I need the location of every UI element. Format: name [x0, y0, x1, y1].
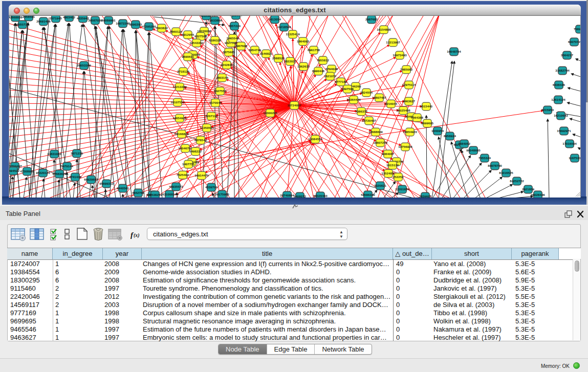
svg-text:89978790: 89978790	[488, 164, 502, 167]
svg-text:9084067: 9084067	[382, 152, 395, 156]
svg-text:2694522: 2694522	[9, 169, 20, 172]
svg-text:6007072: 6007072	[568, 40, 581, 43]
svg-text:10807487: 10807487	[372, 96, 386, 99]
svg-text:7625402: 7625402	[177, 173, 189, 177]
svg-text:4539704: 4539704	[205, 185, 218, 189]
svg-text:19384554: 19384554	[308, 137, 322, 141]
svg-text:8267110: 8267110	[205, 114, 217, 118]
svg-text:19218506: 19218506	[277, 25, 291, 29]
svg-text:3824554: 3824554	[360, 91, 373, 94]
svg-text:8878542: 8878542	[194, 138, 207, 142]
svg-text:7089806: 7089806	[574, 27, 581, 31]
svg-text:13524851: 13524851	[381, 171, 396, 175]
svg-text:6216044: 6216044	[385, 102, 398, 105]
svg-text:17016504: 17016504	[562, 142, 577, 145]
svg-text:2571945: 2571945	[50, 16, 62, 20]
svg-text:60929647: 60929647	[84, 178, 98, 181]
svg-text:8912954: 8912954	[182, 33, 194, 36]
svg-text:7857224: 7857224	[228, 24, 241, 28]
svg-text:5479144: 5479144	[61, 164, 74, 168]
svg-text:29053346: 29053346	[77, 63, 91, 67]
svg-text:7022674: 7022674	[230, 16, 243, 17]
svg-text:8958924: 8958924	[444, 134, 456, 138]
svg-text:1864093: 1864093	[297, 39, 310, 43]
svg-text:19166829: 19166829	[175, 132, 189, 136]
svg-text:4842788: 4842788	[132, 191, 145, 194]
svg-text:10973493: 10973493	[393, 53, 407, 57]
svg-text:8454749: 8454749	[249, 48, 262, 52]
svg-text:9699695: 9699695	[421, 121, 434, 125]
svg-text:10107554: 10107554	[170, 100, 185, 104]
svg-text:16210643: 16210643	[554, 114, 568, 117]
svg-text:9777169: 9777169	[335, 80, 347, 83]
svg-text:20691406: 20691406	[36, 19, 51, 23]
svg-text:19654923: 19654923	[403, 130, 417, 134]
svg-text:3822037: 3822037	[284, 59, 297, 63]
svg-text:7455324: 7455324	[478, 156, 491, 160]
svg-text:2987682: 2987682	[365, 17, 378, 21]
svg-text:3875685: 3875685	[223, 50, 235, 54]
svg-text:16543362: 16543362	[189, 41, 204, 45]
svg-text:5408072: 5408072	[294, 194, 307, 198]
svg-text:9242845: 9242845	[221, 63, 233, 67]
svg-text:9890611: 9890611	[182, 55, 194, 58]
svg-text:8660124: 8660124	[170, 30, 183, 33]
svg-text:6497568: 6497568	[341, 87, 354, 91]
svg-text:95899313: 95899313	[99, 182, 114, 185]
svg-text:38538251: 38538251	[148, 193, 162, 196]
svg-text:29175900: 29175900	[215, 192, 229, 196]
svg-text:9146821: 9146821	[260, 52, 273, 55]
svg-text:7663822: 7663822	[156, 26, 168, 30]
svg-text:18724007: 18724007	[287, 103, 301, 107]
svg-text:95320121: 95320121	[36, 171, 50, 174]
svg-text:18807249: 18807249	[373, 141, 387, 144]
svg-text:10872248: 10872248	[116, 21, 130, 25]
svg-text:4335942: 4335942	[77, 16, 90, 20]
svg-text:28740864: 28740864	[280, 193, 294, 197]
svg-text:8990448: 8990448	[312, 69, 325, 73]
svg-text:81016525: 81016525	[499, 171, 513, 174]
svg-text:3684052: 3684052	[458, 142, 471, 145]
svg-text:1167531: 1167531	[569, 156, 581, 160]
svg-text:9515440: 9515440	[420, 104, 433, 108]
svg-text:1362615: 1362615	[297, 64, 310, 68]
svg-text:58586340: 58586340	[361, 193, 375, 196]
svg-text:8427552: 8427552	[214, 89, 227, 93]
svg-text:11353594: 11353594	[200, 126, 214, 129]
svg-text:6438436: 6438436	[553, 83, 565, 86]
svg-text:7485063: 7485063	[400, 68, 413, 71]
svg-text:16648784: 16648784	[447, 50, 461, 53]
svg-text:10025488: 10025488	[396, 108, 410, 112]
svg-text:9327506: 9327506	[194, 34, 207, 38]
svg-text:9463627: 9463627	[403, 99, 416, 103]
svg-text:45935572: 45935572	[169, 185, 183, 188]
svg-text:8813054: 8813054	[269, 17, 281, 21]
svg-text:5498222: 5498222	[189, 149, 202, 153]
svg-text:31831063: 31831063	[47, 152, 61, 156]
svg-text:8186328: 8186328	[209, 38, 222, 42]
svg-text:7955812: 7955812	[317, 58, 330, 62]
svg-text:7564388: 7564388	[411, 116, 424, 119]
svg-text:20364436: 20364436	[346, 98, 361, 101]
svg-text:63100814: 63100814	[162, 192, 177, 196]
svg-text:12213967: 12213967	[386, 40, 400, 44]
svg-text:90048665: 90048665	[466, 148, 481, 152]
svg-text:16033809: 16033809	[208, 18, 222, 22]
svg-text:5465546: 5465546	[227, 36, 239, 40]
svg-text:47308985: 47308985	[20, 169, 34, 173]
svg-text:15692971: 15692971	[557, 129, 571, 133]
svg-text:6794028: 6794028	[325, 67, 338, 71]
svg-text:4055712: 4055712	[16, 23, 29, 26]
svg-text:8215953: 8215953	[541, 108, 554, 112]
svg-text:10688609: 10688609	[368, 130, 383, 134]
svg-text:7386372: 7386372	[355, 110, 368, 113]
svg-text:89089901: 89089901	[101, 18, 116, 22]
svg-text:15720407: 15720407	[362, 119, 376, 122]
svg-text:8090293: 8090293	[129, 23, 142, 26]
svg-text:47295260: 47295260	[142, 25, 156, 28]
svg-text:2458591: 2458591	[23, 16, 35, 18]
svg-text:12614124: 12614124	[551, 98, 565, 101]
svg-text:2588520: 2588520	[272, 56, 285, 60]
svg-text:6440561: 6440561	[117, 186, 129, 190]
svg-text:88320463: 88320463	[313, 194, 328, 198]
